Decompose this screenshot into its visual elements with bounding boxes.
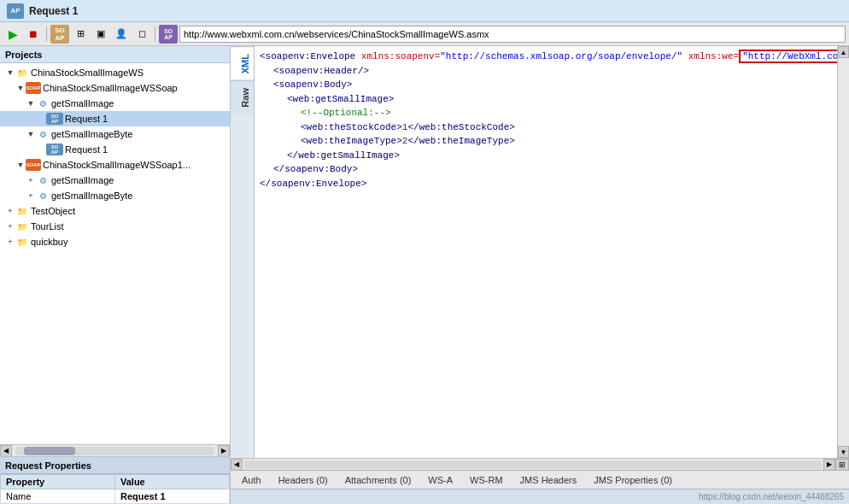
expander-quickbuy[interactable]: + (5, 237, 15, 247)
expander-chinastocksmallimageWS[interactable]: ▼ (5, 67, 15, 78)
props-col-value: Value (115, 475, 230, 489)
tree-label: Request 1 (65, 114, 108, 124)
tree-label: getSmallImageByte (51, 190, 132, 201)
tab-jms-headers[interactable]: JMS Headers (512, 472, 585, 488)
tab-raw[interactable]: Raw (231, 80, 254, 114)
toolbar-btn-user[interactable]: 👤 (112, 25, 131, 44)
expander-request1 (36, 114, 46, 124)
soap-icon-1: SOAP (26, 82, 41, 94)
tree-label: quickbuy (31, 237, 67, 247)
method-icon-3: ⚙ (36, 173, 50, 187)
xml-scrollbar-h[interactable]: ◀ ▶ ⊞ (231, 458, 849, 470)
expander-getsmallimage1[interactable]: ▼ (26, 98, 36, 108)
xml-extra-btn[interactable]: ⊞ (835, 459, 849, 471)
expander-getsmallimagebyte1[interactable]: ▼ (26, 129, 36, 139)
props-row-name: Name Request 1 (1, 489, 230, 504)
xml-line-5: <!--Optional:--> (260, 106, 832, 120)
expander-testobject[interactable]: + (5, 206, 15, 216)
tree-item-chinastocksmallimageWS[interactable]: ▼ 📁 ChinaStockSmallImageWS (0, 65, 230, 80)
xml-line-7: <web:theImageType>2</web:theImageType> (260, 134, 832, 149)
props-table: Property Value Name Request 1 (0, 474, 230, 504)
tree-item-getsmallimagebyte2[interactable]: + ⚙ getSmallImageByte (0, 188, 230, 203)
folder-icon-quickbuy: 📁 (15, 235, 29, 249)
tree-item-testobject[interactable]: + 📁 TestObject (0, 203, 230, 219)
projects-header: Projects (0, 46, 230, 63)
right-content: XML Raw <soapenv:Envelope xmlns:soapenv=… (231, 46, 849, 458)
url-input[interactable] (179, 26, 846, 43)
scroll-track-v (838, 58, 849, 446)
tree-label: ChinaStockSmallImageWSSoap1... (43, 160, 190, 170)
expander-request1-sub (36, 144, 46, 155)
toolbar-btn-grid[interactable]: ⊞ (71, 25, 90, 44)
tree-container: ▼ 📁 ChinaStockSmallImageWS ▼ SOAP ChinaS… (0, 63, 230, 444)
toolbar-btn-ap[interactable]: SOAP (159, 25, 178, 44)
soap-ap-icon-2: SOAP (46, 144, 63, 155)
toolbar-separator-1 (46, 26, 47, 42)
soap-icon-2: SOAP (26, 159, 41, 171)
tab-xml[interactable]: XML (231, 46, 254, 80)
expander-tourlist[interactable]: + (5, 221, 15, 231)
tab-auth[interactable]: Auth (234, 472, 269, 488)
props-col-property: Property (1, 475, 115, 489)
tree-item-tourlist[interactable]: + 📁 TourList (0, 219, 230, 234)
tree-item-getsmallimage1[interactable]: ▼ ⚙ getSmallImage (0, 96, 230, 111)
expander-soap1[interactable]: ▼ (15, 83, 26, 93)
props-cell-property: Name (1, 489, 115, 504)
bottom-tabs: Auth Headers (0) Attachments (0) WS-A WS… (231, 470, 849, 489)
tab-wsa[interactable]: WS-A (420, 472, 460, 488)
scroll-up-btn[interactable]: ▲ (838, 46, 849, 58)
play-button[interactable]: ▶ (3, 25, 22, 44)
xml-scroll-left[interactable]: ◀ (231, 459, 243, 471)
page-title: Request 1 (29, 5, 78, 17)
expander-getsmallimage2[interactable]: + (26, 175, 36, 185)
method-icon-2: ⚙ (36, 127, 50, 141)
title-icon: AP (7, 3, 24, 19)
xml-line-10: </soapenv:Envelope> (260, 177, 832, 191)
tree-scrollbar-h[interactable]: ◀ ▶ (0, 444, 230, 456)
scroll-left-btn[interactable]: ◀ (0, 445, 12, 457)
tab-headers[interactable]: Headers (0) (271, 472, 336, 488)
title-bar: AP Request 1 (0, 0, 849, 22)
folder-icon-tourlist: 📁 (15, 220, 29, 233)
request-properties-section: Request Properties Property Value (0, 456, 230, 504)
tree-item-getsmallimage2[interactable]: + ⚙ getSmallImage (0, 173, 230, 188)
xml-line-6: <web:theStockCode>1</web:theStockCode> (260, 120, 832, 135)
tree-item-request1-selected[interactable]: SOAP Request 1 (0, 111, 230, 126)
props-cell-value: Request 1 (115, 489, 230, 504)
stop-button[interactable]: ⏹ (24, 25, 43, 44)
toolbar-btn-soap[interactable]: SOAP (50, 25, 69, 44)
toolbar-btn-square[interactable]: ▣ (91, 25, 110, 44)
tab-wsrm[interactable]: WS-RM (462, 472, 511, 488)
folder-icon-chinastocksmallimageWS: 📁 (15, 66, 29, 79)
xml-line-9: </soapenv:Body> (260, 162, 832, 177)
main-layout: Projects ▼ 📁 ChinaStockSmallImageWS ▼ SO… (0, 46, 849, 504)
scroll-down-btn[interactable]: ▼ (838, 446, 849, 458)
xml-scroll-track-h (244, 460, 822, 469)
tree-item-soap2[interactable]: ▼ SOAP ChinaStockSmallImageWSSoap1... (0, 157, 230, 173)
soap-ap-icon-1: SOAP (46, 113, 63, 125)
tree-item-request1-sub[interactable]: SOAP Request 1 (0, 142, 230, 157)
tree-label: ChinaStockSmallImageWSSoap (43, 83, 178, 93)
right-panel: XML Raw <soapenv:Envelope xmlns:soapenv=… (231, 46, 849, 504)
xml-scroll-right[interactable]: ▶ (823, 459, 835, 471)
expander-getsmallimagebyte2[interactable]: + (26, 190, 36, 201)
toolbar-separator-2 (155, 26, 155, 42)
tree-item-getsmallimagebyte1[interactable]: ▼ ⚙ getSmallImageByte (0, 126, 230, 142)
view-tabs: XML Raw (231, 46, 255, 458)
xml-scrollbar-v[interactable]: ▲ ▼ (837, 46, 849, 458)
tree-label: getSmallImageByte (51, 129, 132, 139)
scroll-right-btn[interactable]: ▶ (218, 445, 230, 457)
tree-label: Request 1 (65, 144, 108, 155)
toolbar-btn-box[interactable]: ◻ (132, 25, 151, 44)
tab-attachments[interactable]: Attachments (0) (337, 472, 419, 488)
xml-line-3: <soapenv:Body> (260, 78, 832, 92)
xml-content-area[interactable]: <soapenv:Envelope xmlns:soapenv="http://… (255, 46, 837, 458)
tree-item-soap1[interactable]: ▼ SOAP ChinaStockSmallImageWSSoap (0, 80, 230, 96)
expander-soap2[interactable]: ▼ (15, 160, 26, 170)
tree-item-quickbuy[interactable]: + 📁 quickbuy (0, 234, 230, 249)
xml-line-1: <soapenv:Envelope xmlns:soapenv="http://… (260, 50, 832, 64)
xml-line-4: <web:getSmallImage> (260, 92, 832, 107)
folder-icon-testobject: 📁 (15, 204, 29, 218)
tab-jms-properties[interactable]: JMS Properties (0) (586, 472, 680, 488)
xml-line-2: <soapenv:Header/> (260, 64, 832, 79)
